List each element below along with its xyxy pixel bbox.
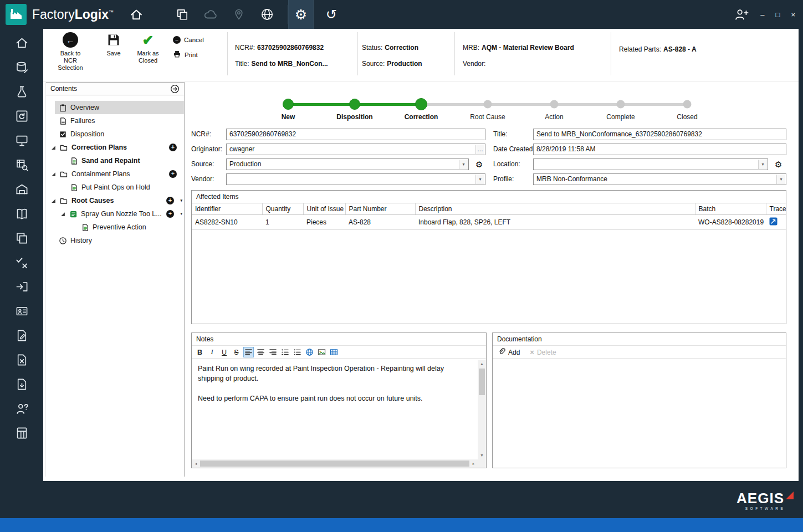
- scroll-thumb[interactable]: [200, 461, 469, 467]
- rail-grid-search-icon[interactable]: [14, 157, 29, 172]
- contents-item-correction-plans[interactable]: Correction Plans +: [46, 141, 184, 154]
- rail-report-grid-icon[interactable]: [14, 426, 29, 440]
- add-root-cause-icon[interactable]: +: [166, 197, 174, 204]
- trace-icon[interactable]: [769, 217, 778, 226]
- step-action-circle[interactable]: [550, 100, 559, 109]
- insert-table-icon[interactable]: [329, 347, 339, 357]
- contents-item-preventive-action[interactable]: Preventive Action: [46, 221, 184, 234]
- cloud-icon[interactable]: [203, 7, 218, 22]
- dropdown-arrow-icon[interactable]: ▾: [776, 175, 785, 184]
- history-refresh-icon[interactable]: ↺: [326, 7, 337, 22]
- step-new-circle[interactable]: [283, 99, 294, 110]
- step-complete-circle[interactable]: [617, 100, 625, 109]
- rail-doc-reject-icon[interactable]: [14, 352, 29, 367]
- contents-item-containment-plans[interactable]: Containment Plans +: [46, 167, 184, 181]
- align-left-button[interactable]: [243, 347, 254, 357]
- expander-icon[interactable]: [51, 172, 56, 177]
- scroll-thumb[interactable]: [479, 369, 485, 395]
- notes-vertical-scrollbar[interactable]: ▲ ▼: [478, 360, 486, 459]
- globe-icon[interactable]: [260, 7, 274, 22]
- rail-lab-flask-icon[interactable]: [14, 84, 29, 99]
- source-settings-gear-icon[interactable]: ⚙: [475, 158, 483, 170]
- rail-support-person-icon[interactable]: [14, 401, 29, 416]
- step-correction-circle[interactable]: [415, 98, 427, 110]
- delete-document-button[interactable]: × Delete: [530, 348, 556, 356]
- step-disposition-circle[interactable]: [349, 99, 360, 110]
- rail-home-icon[interactable]: [14, 35, 29, 50]
- scroll-left-icon[interactable]: ◂: [192, 459, 200, 468]
- collapse-panel-icon[interactable]: [170, 84, 180, 94]
- contents-item-disposition[interactable]: Disposition: [46, 127, 184, 141]
- originator-browse-icon[interactable]: …: [475, 145, 484, 154]
- column-quantity[interactable]: Quantity: [262, 203, 303, 215]
- rail-database-icon[interactable]: [14, 60, 29, 74]
- column-identifier[interactable]: Identifier: [192, 203, 262, 215]
- align-right-button[interactable]: [268, 347, 278, 357]
- strikethrough-button[interactable]: S: [231, 347, 242, 357]
- date-created-field[interactable]: 8/28/2019 11:58 AM: [533, 144, 786, 155]
- bold-button[interactable]: B: [195, 347, 205, 357]
- step-root-cause-circle[interactable]: [484, 100, 492, 109]
- dropdown-arrow-icon[interactable]: ▾: [758, 160, 767, 169]
- column-trace[interactable]: Trace: [766, 203, 786, 215]
- rail-doc-edit-icon[interactable]: [14, 328, 29, 342]
- cancel-button[interactable]: – Cancel: [173, 36, 204, 44]
- user-add-icon[interactable]: [734, 7, 749, 22]
- back-to-ncr-selection-button[interactable]: ← Back to NCR Selection: [52, 32, 89, 71]
- contents-item-put-paint-ops-on-hold[interactable]: Put Paint Ops on Hold: [46, 181, 184, 194]
- rail-badge-card-icon[interactable]: [14, 304, 29, 318]
- location-dropdown[interactable]: ▾: [533, 158, 768, 170]
- contents-item-spray-gun-nozzle[interactable]: Spray Gun Nozzle Too L... + ▾: [46, 207, 184, 221]
- dropdown-arrow-icon[interactable]: ▾: [459, 160, 468, 169]
- rail-book-icon[interactable]: [14, 206, 29, 221]
- scroll-right-icon[interactable]: ▸: [469, 459, 478, 468]
- numbered-list-button[interactable]: [280, 347, 290, 357]
- contents-item-sand-and-repaint[interactable]: Sand and Repaint: [46, 154, 184, 167]
- rail-warehouse-icon[interactable]: [14, 182, 29, 196]
- insert-link-globe-icon[interactable]: [304, 347, 315, 357]
- add-containment-plan-icon[interactable]: +: [169, 170, 177, 178]
- documentation-list-area[interactable]: [493, 360, 786, 468]
- maximize-icon[interactable]: □: [776, 11, 780, 18]
- notes-text-area[interactable]: Paint Run on wing recorded at Paint Insp…: [192, 360, 478, 459]
- close-icon[interactable]: ×: [791, 11, 795, 18]
- contents-item-root-causes[interactable]: Root Causes + ▾: [46, 194, 184, 207]
- column-unit-of-issue[interactable]: Unit of Issue: [303, 203, 345, 215]
- vendor-dropdown[interactable]: ▾: [226, 173, 485, 185]
- insert-image-icon[interactable]: [316, 347, 327, 357]
- mark-as-closed-button[interactable]: ✔ Mark as Closed: [131, 32, 165, 64]
- rail-pass-fail-icon[interactable]: [14, 255, 29, 269]
- step-closed-circle[interactable]: [683, 100, 692, 109]
- scroll-down-icon[interactable]: ▼: [478, 451, 486, 459]
- notes-horizontal-scrollbar[interactable]: ◂ ▸: [192, 459, 478, 468]
- italic-button[interactable]: I: [207, 347, 217, 357]
- add-root-cause-caret-icon[interactable]: ▾: [180, 198, 182, 203]
- profile-dropdown[interactable]: MRB Non-Conformance▾: [533, 173, 786, 185]
- column-batch[interactable]: Batch: [695, 203, 766, 215]
- bullet-list-button[interactable]: [292, 347, 303, 357]
- location-settings-gear-icon[interactable]: ⚙: [775, 158, 782, 170]
- settings-gear-icon[interactable]: ⚙: [288, 0, 314, 29]
- rail-restore-box-icon[interactable]: [14, 109, 29, 123]
- add-action-icon[interactable]: +: [166, 210, 174, 218]
- documents-icon[interactable]: [176, 8, 189, 21]
- originator-field[interactable]: cwagner…: [226, 144, 485, 155]
- location-pin-icon[interactable]: [232, 8, 245, 21]
- rail-doc-export-icon[interactable]: [14, 377, 29, 391]
- add-correction-plan-icon[interactable]: +: [169, 144, 177, 151]
- affected-item-row[interactable]: AS8282-SN10 1 Pieces AS-828 Inboard Flap…: [192, 215, 786, 230]
- rail-monitor-icon[interactable]: [14, 133, 29, 147]
- expander-icon[interactable]: [51, 198, 56, 203]
- source-dropdown[interactable]: Production▾: [226, 158, 469, 170]
- rail-transfer-icon[interactable]: [14, 279, 29, 294]
- expander-icon[interactable]: [51, 145, 56, 150]
- column-part-number[interactable]: Part Number: [345, 203, 415, 215]
- home-icon[interactable]: [129, 7, 144, 22]
- dropdown-arrow-icon[interactable]: ▾: [475, 175, 484, 184]
- title-field[interactable]: Send to MRB_NonConformance_6370259028607…: [533, 129, 786, 140]
- print-button[interactable]: Print: [173, 50, 204, 59]
- contents-item-history[interactable]: History: [46, 234, 184, 247]
- expander-icon[interactable]: [60, 212, 65, 217]
- rail-copy-icon[interactable]: [14, 231, 29, 245]
- column-description[interactable]: Description: [415, 203, 695, 215]
